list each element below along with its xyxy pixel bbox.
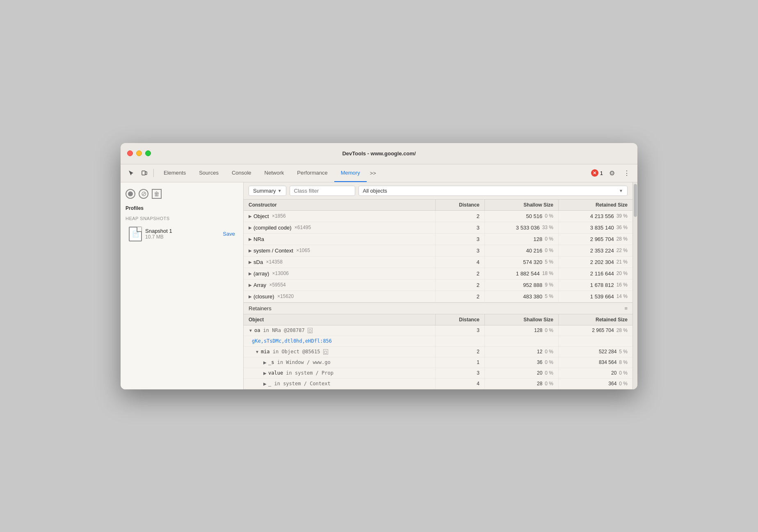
nav-tabs: Elements Sources Console Network Perform…: [157, 164, 589, 182]
table-row[interactable]: ▶ (compiled code) ×61495 3 3 533 036 33 …: [244, 222, 632, 234]
shallow-pct: 0 %: [545, 349, 553, 355]
retainer-row[interactable]: ▼ oa in NRa @208787 □ 3 128 0 %: [244, 325, 632, 336]
row-expander[interactable]: ▶ NRa: [249, 236, 264, 242]
scrollbar-track[interactable]: [632, 182, 637, 389]
snapshot-save-link[interactable]: Save: [223, 231, 235, 237]
shallow-num: 28: [537, 381, 542, 386]
td-retained-size: 2 965 704 28 %: [559, 234, 632, 245]
shallow-num: 36: [537, 359, 542, 365]
td-constructor: ▶ (compiled code) ×61495: [244, 222, 436, 233]
td-shallow-size: 1 882 544 18 %: [485, 268, 559, 279]
objects-dropdown[interactable]: All objects ▼: [358, 186, 628, 196]
retainer-row[interactable]: ▶ _ in system / Context 4 28 0 %: [244, 379, 632, 389]
source-link[interactable]: gKe,sTsDMc,dtl0hd,eHDfl:856: [252, 338, 332, 344]
row-expander[interactable]: ▶ (closure) ×15620: [249, 293, 294, 300]
td-retained: 834 564 8 %: [559, 357, 632, 368]
tab-network[interactable]: Network: [258, 164, 291, 182]
summary-dropdown[interactable]: Summary ▼: [249, 186, 286, 196]
td-distance: 2: [436, 211, 485, 222]
td-distance: 4: [436, 257, 485, 268]
th-shallow: Shallow Size: [485, 314, 559, 325]
row-name: sDa: [253, 259, 263, 265]
separator: [153, 169, 154, 177]
more-tabs-button[interactable]: >>: [367, 164, 379, 182]
snapshot-file-icon: 📄: [129, 227, 142, 241]
td-constructor: ▶ (array) ×13006: [244, 268, 436, 279]
table-row[interactable]: ▶ Object ×1856 2 50 516 0 %: [244, 211, 632, 222]
tab-performance[interactable]: Performance: [290, 164, 334, 182]
retainer-row[interactable]: ▼ mia in Object @85615 □ 2 12 0 %: [244, 347, 632, 357]
shallow-pct: 0 %: [545, 327, 553, 333]
table-row[interactable]: ▶ (array) ×13006 2 1 882 544 18 %: [244, 268, 632, 280]
table-row[interactable]: ▶ NRa 3 128 0 %: [244, 234, 632, 245]
row-count: ×1065: [295, 248, 310, 253]
row-expander[interactable]: ▶ Array ×59554: [249, 282, 286, 288]
error-badge[interactable]: ✕ 1: [591, 169, 603, 177]
td-shallow: 28 0 %: [485, 379, 559, 389]
table-row[interactable]: ▶ system / Context ×1065 3 40 216 0 %: [244, 245, 632, 257]
table-row[interactable]: ▶ Array ×59554 2 952 888 9 %: [244, 280, 632, 291]
record-button[interactable]: [126, 189, 135, 199]
td-empty3: [559, 336, 632, 346]
settings-icon[interactable]: ⚙: [606, 167, 618, 179]
scrollbar-thumb[interactable]: [634, 184, 637, 217]
shallow-pct: 0 %: [545, 381, 553, 386]
row-name: (array): [253, 271, 269, 277]
retained-num: 2 116 644: [590, 271, 614, 277]
heap-table-header: Constructor Distance Shallow Size Retain…: [244, 200, 632, 211]
sidebar-title: Profiles: [126, 205, 238, 211]
data-panel: Constructor Distance Shallow Size Retain…: [244, 200, 632, 389]
row-expander[interactable]: ▶ (compiled code) ×61495: [249, 225, 311, 231]
row-expander[interactable]: ▶ Object ×1856: [249, 213, 286, 219]
row-expander[interactable]: ▶ (array) ×13006: [249, 271, 289, 277]
tab-elements[interactable]: Elements: [157, 164, 192, 182]
td-shallow-size: 3 533 036 33 %: [485, 222, 559, 233]
more-options-icon[interactable]: ⋮: [621, 167, 632, 179]
minimize-button[interactable]: [136, 150, 142, 156]
shallow-num: 3 533 036: [516, 225, 540, 231]
var-name: mia: [261, 349, 270, 355]
maximize-button[interactable]: [145, 150, 151, 156]
clear-button[interactable]: ⊘: [139, 189, 148, 199]
shallow-num: 574 320: [523, 259, 542, 265]
td-constructor: ▶ Object ×1856: [244, 211, 436, 222]
tab-sources[interactable]: Sources: [192, 164, 225, 182]
table-row[interactable]: ▶ (closure) ×15620 2 483 380 5 %: [244, 291, 632, 302]
device-icon[interactable]: [139, 167, 150, 179]
td-constructor: ▶ (closure) ×15620: [244, 291, 436, 302]
row-count: ×15620: [276, 293, 294, 299]
context: in Object @85615: [273, 349, 323, 355]
th-retained: Retained Size: [559, 314, 632, 325]
th-object: Object: [244, 314, 436, 325]
retainers-menu-icon[interactable]: ≡: [624, 305, 628, 311]
retained-num: 522 284: [599, 349, 616, 355]
td-shallow: 36 0 %: [485, 357, 559, 368]
th-distance: Distance: [436, 200, 485, 210]
row-expander[interactable]: ▶ sDa ×14358: [249, 259, 283, 265]
close-button[interactable]: [127, 150, 133, 156]
shallow-pct: 9 %: [545, 282, 553, 288]
expand-triangle-icon: ▶: [249, 248, 252, 253]
expand-triangle-icon: ▶: [249, 294, 252, 299]
td-constructor: ▶ sDa ×14358: [244, 257, 436, 268]
td-retained-size: 2 202 304 21 %: [559, 257, 632, 268]
shallow-pct: 0 %: [545, 248, 553, 253]
cursor-icon[interactable]: [126, 167, 137, 179]
tab-memory[interactable]: Memory: [334, 164, 367, 182]
tab-console[interactable]: Console: [225, 164, 258, 182]
row-expander[interactable]: ▶ system / Context ×1065: [249, 248, 310, 254]
td-retained: 20 0 %: [559, 368, 632, 378]
retainer-row[interactable]: ▶ value in system / Prop 3 20 0 %: [244, 368, 632, 379]
retainer-row[interactable]: ▶ _s in Window / www.go 1 36 0 %: [244, 357, 632, 368]
td-distance: 3: [436, 222, 485, 233]
class-filter-input[interactable]: [290, 186, 355, 196]
th-shallow-size: Shallow Size: [485, 200, 559, 210]
snapshot-item[interactable]: 📄 Snapshot 1 10.7 MB Save: [126, 224, 238, 244]
row-count: ×14358: [265, 259, 283, 265]
row-name: NRa: [253, 236, 264, 242]
retainer-link-row[interactable]: gKe,sTsDMc,dtl0hd,eHDfl:856: [244, 336, 632, 347]
table-row[interactable]: ▶ sDa ×14358 4 574 320 5 %: [244, 257, 632, 268]
snapshot-info: Snapshot 1 10.7 MB: [145, 228, 219, 240]
retained-pct: 8 %: [619, 359, 628, 365]
delete-button[interactable]: 🗑: [152, 189, 162, 199]
